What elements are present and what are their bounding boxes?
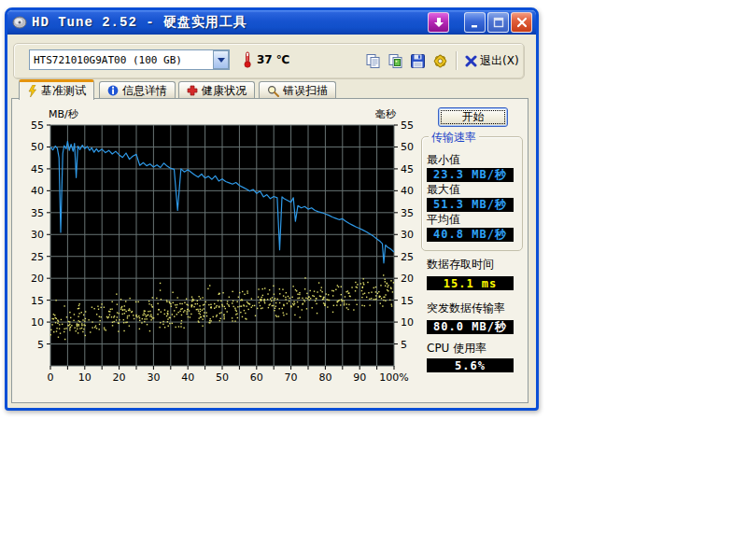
avg-rate-value: 40.8 MB/秒 (427, 228, 514, 242)
lightning-icon (27, 85, 37, 97)
options-button[interactable] (429, 50, 451, 71)
svg-text:90: 90 (353, 371, 366, 384)
chevron-down-icon (218, 58, 225, 63)
start-button[interactable]: 开始 (438, 107, 508, 127)
exit-label: 退出(X) (480, 53, 519, 69)
svg-text:45: 45 (31, 163, 44, 175)
exit-button[interactable]: 退出(X) (461, 50, 523, 71)
copy-text-button[interactable] (361, 50, 384, 71)
save-icon (410, 53, 426, 69)
svg-text:15: 15 (31, 295, 44, 307)
down-arrow-icon (433, 17, 444, 28)
copy-image-button[interactable] (384, 50, 406, 71)
tab-info[interactable]: 信息详情 (99, 81, 176, 99)
svg-text:5: 5 (37, 339, 44, 351)
window-controls (426, 12, 532, 33)
svg-text:10: 10 (31, 316, 44, 329)
svg-text:0: 0 (48, 371, 54, 384)
svg-text:100%: 100% (379, 371, 408, 384)
svg-text:10: 10 (401, 316, 414, 329)
group-title: 传输速率 (429, 130, 479, 146)
toolbar-panel: HTS721010G9AT00 (100 GB) 37 ℃ (13, 43, 525, 79)
svg-text:30: 30 (147, 371, 160, 384)
maximize-icon (493, 17, 504, 28)
start-button-label: 开始 (462, 109, 485, 125)
tab-label: 基准测试 (41, 83, 86, 99)
max-rate-label: 最大值 (427, 182, 460, 198)
tab-error-scan[interactable]: 错误扫描 (259, 81, 336, 99)
svg-text:15: 15 (401, 295, 414, 307)
close-icon (516, 17, 528, 28)
tab-label: 错误扫描 (283, 83, 328, 99)
svg-text:55: 55 (401, 119, 414, 132)
svg-text:5: 5 (401, 339, 407, 351)
hd-tune-window: HD Tune 2.52 - 硬盘实用工具 (5, 7, 539, 411)
maximize-button[interactable] (487, 12, 509, 33)
svg-text:35: 35 (401, 207, 414, 219)
health-cross-icon (187, 85, 198, 96)
temperature-unit: ℃ (276, 53, 290, 66)
magnifier-icon (267, 85, 279, 97)
combo-dropdown-button[interactable] (213, 50, 229, 69)
toolbar-buttons: 退出(X) (361, 50, 523, 71)
drive-select[interactable]: HTS721010G9AT00 (100 GB) (29, 49, 230, 70)
svg-text:25: 25 (401, 251, 414, 263)
min-rate-label: 最小值 (427, 152, 460, 168)
svg-text:40: 40 (31, 185, 44, 197)
svg-text:80: 80 (318, 371, 331, 384)
temperature-indicator: 37 ℃ (242, 49, 289, 70)
minimize-icon (470, 17, 481, 28)
cpu-usage-label: CPU 使用率 (427, 341, 486, 357)
download-button[interactable] (428, 12, 449, 33)
burst-rate-value: 80.0 MB/秒 (427, 320, 514, 334)
svg-text:20: 20 (113, 371, 126, 384)
tab-health[interactable]: 健康状况 (178, 81, 255, 99)
svg-text:35: 35 (31, 207, 44, 219)
svg-text:30: 30 (31, 229, 44, 241)
minimize-button[interactable] (464, 12, 486, 33)
svg-text:10: 10 (78, 371, 92, 384)
svg-text:30: 30 (401, 229, 414, 241)
copy-text-icon (365, 53, 381, 69)
svg-text:50: 50 (216, 371, 229, 384)
titlebar: HD Tune 2.52 - 硬盘实用工具 (7, 10, 536, 35)
tab-benchmark[interactable]: 基准测试 (19, 79, 94, 100)
window-title: HD Tune 2.52 - 硬盘实用工具 (32, 14, 247, 31)
temperature-value: 37 (257, 53, 273, 66)
svg-text:25: 25 (31, 251, 44, 263)
svg-text:20: 20 (31, 273, 44, 285)
svg-text:50: 50 (401, 141, 414, 153)
max-rate-value: 51.3 MB/秒 (427, 198, 514, 212)
save-screenshot-button[interactable] (406, 50, 429, 71)
hd-tune-app-icon (12, 15, 27, 30)
svg-text:毫秒: 毫秒 (375, 108, 397, 120)
avg-rate-label: 平均值 (427, 212, 460, 228)
copy-image-icon (388, 53, 403, 69)
options-gear-icon (432, 53, 448, 69)
toolbar-separator (456, 51, 457, 70)
min-rate-value: 23.3 MB/秒 (427, 168, 514, 182)
svg-text:70: 70 (285, 371, 298, 384)
svg-text:60: 60 (250, 371, 263, 384)
svg-text:55: 55 (31, 119, 44, 132)
burst-rate-label: 突发数据传输率 (427, 301, 505, 316)
drive-select-value: HTS721010G9AT00 (100 GB) (30, 54, 213, 66)
svg-text:20: 20 (401, 273, 414, 285)
benchmark-chart-svg: 0102030405060708090100%55101015152020252… (12, 99, 423, 404)
tab-label: 健康状况 (202, 83, 247, 99)
tab-page: 0102030405060708090100%55101015152020252… (11, 98, 529, 403)
exit-x-icon (465, 55, 477, 67)
tab-bar: 基准测试 信息详情 健康状况 错误扫描 (7, 79, 530, 99)
info-icon (107, 85, 119, 96)
svg-text:40: 40 (181, 371, 194, 384)
svg-text:45: 45 (401, 163, 414, 175)
thermometer-icon (242, 51, 253, 68)
svg-text:MB/秒: MB/秒 (49, 108, 79, 120)
svg-text:50: 50 (31, 141, 44, 153)
cpu-usage-value: 5.6% (427, 358, 514, 372)
tab-label: 信息详情 (122, 83, 167, 99)
access-time-label: 数据存取时间 (427, 257, 494, 273)
close-button[interactable] (511, 12, 532, 33)
svg-text:40: 40 (401, 185, 414, 197)
access-time-value: 15.1 ms (427, 276, 514, 290)
